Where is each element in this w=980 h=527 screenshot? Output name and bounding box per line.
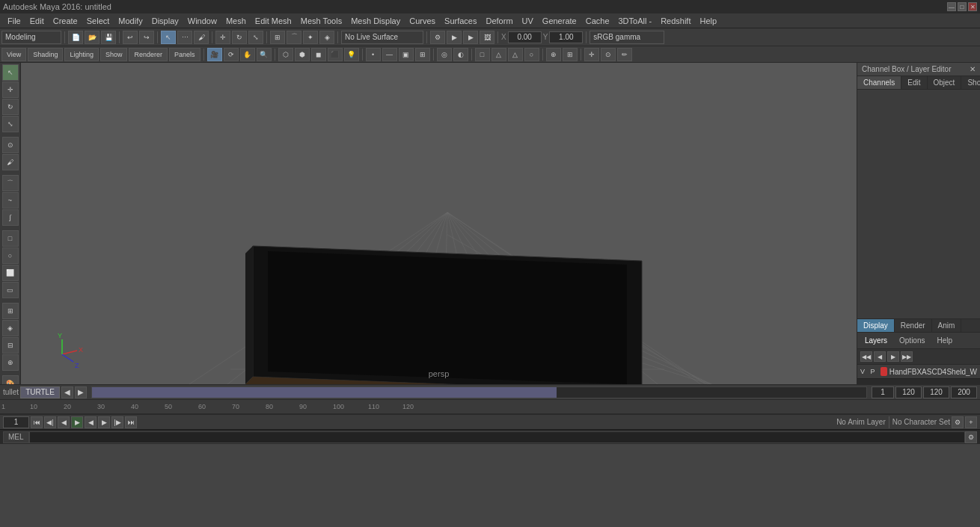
- cb-tab-channels[interactable]: Channels: [857, 76, 901, 89]
- menu-uv[interactable]: UV: [518, 15, 538, 27]
- textured-btn[interactable]: ⬛: [328, 48, 343, 61]
- minimize-button[interactable]: —: [947, 2, 956, 11]
- tumble-btn[interactable]: ⟳: [224, 48, 239, 61]
- cv-curve-tool[interactable]: ⌒: [2, 175, 19, 191]
- flat-btn[interactable]: ◼: [311, 48, 326, 61]
- move-tool[interactable]: ✛: [2, 81, 19, 98]
- ruler-track[interactable]: 1 10 20 30 40 50 60 70 80 90 100 110 120: [0, 400, 980, 413]
- menu-cache[interactable]: Cache: [581, 15, 614, 27]
- timeline-range-fill[interactable]: [92, 387, 557, 398]
- menu-mesh-tools[interactable]: Mesh Tools: [296, 15, 346, 27]
- cb-tab-edit[interactable]: Edit: [901, 76, 927, 89]
- lit-btn[interactable]: 💡: [344, 48, 359, 61]
- bevel-tool[interactable]: ◈: [2, 320, 19, 336]
- layer-color-swatch[interactable]: [881, 367, 887, 376]
- xform-btn[interactable]: ✛: [584, 48, 599, 61]
- move-tool-btn[interactable]: ✛: [215, 31, 230, 44]
- select-tool[interactable]: ↖: [2, 64, 19, 81]
- vertex-btn[interactable]: •: [366, 48, 381, 61]
- save-btn[interactable]: 💾: [101, 31, 116, 44]
- track-btn[interactable]: ✋: [240, 48, 255, 61]
- layer-prev-btn[interactable]: ◀: [874, 351, 886, 362]
- smooth-btn[interactable]: ⬢: [295, 48, 310, 61]
- rough-btn[interactable]: △: [491, 48, 506, 61]
- lighting-tab[interactable]: Lighting: [64, 48, 99, 61]
- bezier-tool[interactable]: ∫: [2, 209, 19, 226]
- medium-btn[interactable]: △: [508, 48, 523, 61]
- panels-tab[interactable]: Panels: [169, 48, 200, 61]
- anim-gear-btn[interactable]: ⚙: [952, 416, 964, 428]
- poly-sphere-tool[interactable]: ○: [2, 247, 19, 264]
- paint-weights-tool[interactable]: 🖌: [2, 154, 19, 170]
- menu-deform[interactable]: Deform: [481, 15, 517, 27]
- translate-x-field[interactable]: [508, 31, 542, 43]
- close-button[interactable]: ✕: [968, 2, 977, 11]
- prev-key-btn[interactable]: ◀|: [44, 416, 56, 428]
- next-anim-btn[interactable]: ▶: [75, 386, 87, 398]
- layer-next-btn[interactable]: ▶: [887, 351, 899, 362]
- go-to-start-btn[interactable]: ⏮: [31, 416, 43, 428]
- scale-tool[interactable]: ⤡: [2, 116, 19, 132]
- render-btn[interactable]: ▶: [447, 31, 462, 44]
- play-backward-btn[interactable]: ◀: [85, 416, 97, 428]
- extrude-tool[interactable]: ⊞: [2, 303, 19, 319]
- menu-display[interactable]: Display: [147, 15, 183, 27]
- mode-dropdown[interactable]: Modeling: [1, 31, 61, 44]
- menu-select[interactable]: Select: [82, 15, 114, 27]
- view-tab[interactable]: View: [1, 48, 26, 61]
- rotate-tool[interactable]: ↻: [2, 99, 19, 115]
- isolate-btn[interactable]: ◎: [437, 48, 452, 61]
- menu-mesh-display[interactable]: Mesh Display: [346, 15, 405, 27]
- redo-btn[interactable]: ↪: [139, 31, 154, 44]
- undo-btn[interactable]: ↩: [123, 31, 138, 44]
- snap-to-surface-btn[interactable]: ◈: [319, 31, 334, 44]
- show-render-btn[interactable]: 🖼: [480, 31, 494, 44]
- bounding-box-btn[interactable]: □: [475, 48, 490, 61]
- ep-curve-tool[interactable]: ~: [2, 192, 19, 209]
- poly-plane-tool[interactable]: ▭: [2, 282, 19, 298]
- show-grid-btn[interactable]: ⊞: [563, 48, 578, 61]
- new-scene-btn[interactable]: 📄: [68, 31, 83, 44]
- show-manip-btn[interactable]: ⊕: [546, 48, 561, 61]
- render-settings-btn[interactable]: ⚙: [430, 31, 445, 44]
- display-tab-render[interactable]: Render: [895, 319, 932, 332]
- channel-box-close[interactable]: ✕: [970, 65, 976, 73]
- display-tab-display[interactable]: Display: [857, 319, 895, 332]
- current-frame-field[interactable]: [3, 416, 29, 428]
- scale-tool-btn[interactable]: ⤡: [248, 31, 263, 44]
- prev-anim-btn[interactable]: ◀: [61, 386, 73, 398]
- layer-prev-prev-btn[interactable]: ◀◀: [860, 351, 872, 362]
- menu-file[interactable]: File: [3, 15, 25, 27]
- edge-btn[interactable]: —: [382, 48, 397, 61]
- range-end-field[interactable]: [895, 386, 922, 398]
- open-btn[interactable]: 📂: [85, 31, 99, 44]
- show-tab[interactable]: Show: [100, 48, 128, 61]
- turtle-btn[interactable]: TURTLE: [20, 386, 60, 398]
- disp-subtab-options[interactable]: Options: [895, 335, 929, 346]
- rotate-tool-btn[interactable]: ↻: [232, 31, 247, 44]
- go-to-end-btn[interactable]: ⏭: [125, 416, 137, 428]
- disp-subtab-layers[interactable]: Layers: [860, 335, 892, 346]
- viewport[interactable]: X Y Z persp: [21, 63, 857, 384]
- select-tool-btn[interactable]: ↖: [161, 31, 176, 44]
- script-options-btn[interactable]: ⚙: [965, 431, 977, 443]
- paint-scene-tool[interactable]: 🎨: [2, 375, 19, 384]
- display-tab-anim[interactable]: Anim: [932, 319, 962, 332]
- ipr-btn[interactable]: ▶: [463, 31, 478, 44]
- soft-mod-btn[interactable]: ⊙: [601, 48, 616, 61]
- menu-curves[interactable]: Curves: [405, 15, 440, 27]
- next-frame-btn[interactable]: ▶: [98, 416, 110, 428]
- menu-window[interactable]: Window: [183, 15, 221, 27]
- cb-tab-show[interactable]: Show: [961, 76, 980, 89]
- menu-help[interactable]: Help: [695, 15, 721, 27]
- menu-generate[interactable]: Generate: [538, 15, 581, 27]
- layer-item[interactable]: V P HandFBXASCD4Sheld_W: [857, 365, 980, 378]
- disp-subtab-help[interactable]: Help: [932, 335, 957, 346]
- xray-btn[interactable]: ◐: [453, 48, 468, 61]
- window-controls[interactable]: — □ ✕: [947, 2, 977, 11]
- mel-input[interactable]: [29, 431, 965, 443]
- shading-tab[interactable]: Shading: [28, 48, 63, 61]
- menu-create[interactable]: Create: [49, 15, 82, 27]
- camera-tool-btn[interactable]: 🎥: [207, 48, 222, 61]
- snap-to-point-btn[interactable]: ✦: [303, 31, 318, 44]
